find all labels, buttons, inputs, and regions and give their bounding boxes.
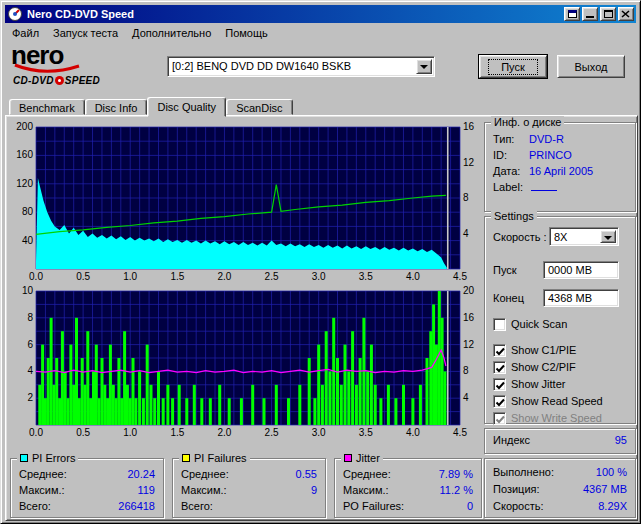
- tab-strip: BenchmarkDisc InfoDisc QualityScanDisc: [9, 95, 293, 117]
- speed-status-label: Скорость:: [493, 500, 544, 512]
- menu-extra[interactable]: Дополнительно: [125, 25, 218, 41]
- svg-text:4.5: 4.5: [453, 427, 467, 438]
- checkbox-show-write-speed[interactable]: Show Write Speed: [493, 411, 602, 425]
- svg-text:3.5: 3.5: [359, 271, 373, 282]
- tab-scandisc[interactable]: ScanDisc: [226, 99, 292, 115]
- maximize-button[interactable]: [600, 7, 616, 21]
- chevron-down-icon[interactable]: [416, 59, 432, 74]
- svg-text:1.5: 1.5: [170, 427, 184, 438]
- stat-value: 9: [311, 484, 317, 496]
- pi-errors-swatch: [20, 454, 28, 462]
- disc-date-value: 16 April 2005: [529, 165, 593, 177]
- exit-button[interactable]: Выход: [557, 55, 625, 78]
- titlebar[interactable]: Nero CD-DVD Speed: [5, 5, 636, 23]
- svg-text:0.5: 0.5: [76, 271, 90, 282]
- svg-text:4.5: 4.5: [453, 271, 467, 282]
- checkbox-show-read-speed[interactable]: Show Read Speed: [493, 394, 603, 408]
- start-button[interactable]: Пуск: [479, 55, 547, 78]
- pi-errors-stats-panel: PI Errors Среднее:20.24 Максим.:119 Всег…: [10, 458, 164, 518]
- menu-run-test[interactable]: Запуск теста: [46, 25, 125, 41]
- nero-logo: nero CD-DVDSPEED: [11, 43, 161, 67]
- stat-value: 20.24: [127, 468, 155, 480]
- app-icon: [7, 6, 23, 22]
- svg-text:1.5: 1.5: [170, 271, 184, 282]
- tab-disc-quality[interactable]: Disc Quality: [147, 97, 226, 117]
- checkbox-box[interactable]: [493, 378, 506, 391]
- stat-label: Всего:: [19, 500, 51, 512]
- tab-benchmark[interactable]: Benchmark: [9, 99, 85, 115]
- pi-failures-title: PI Failures: [194, 452, 247, 464]
- svg-text:200: 200: [16, 122, 33, 132]
- start-mb-field[interactable]: 0000 MB: [543, 261, 619, 279]
- svg-text:160: 160: [16, 149, 33, 160]
- stat-label: Максим.:: [19, 484, 65, 496]
- index-panel: Индекс 95: [484, 428, 636, 454]
- minimize-button[interactable]: [582, 7, 598, 21]
- start-mb-label: Пуск: [493, 264, 517, 276]
- svg-text:20: 20: [463, 286, 475, 296]
- pi-failures-jitter-chart: 246810481216200.00.51.01.52.02.53.03.54.…: [10, 286, 482, 438]
- checkbox-box[interactable]: [493, 361, 506, 374]
- svg-text:3.0: 3.0: [312, 271, 326, 282]
- svg-text:1.0: 1.0: [123, 271, 137, 282]
- stat-label: PO Failures:: [343, 500, 404, 512]
- svg-text:8: 8: [463, 365, 469, 376]
- drive-selector[interactable]: [0:2] BENQ DVD DD DW1640 BSKB: [167, 56, 435, 77]
- menu-file[interactable]: Файл: [5, 25, 46, 41]
- minimize-icon: [586, 16, 594, 18]
- svg-text:80: 80: [22, 206, 34, 217]
- menubar: Файл Запуск теста Дополнительно Помощь: [5, 24, 636, 42]
- checkbox-box[interactable]: [493, 395, 506, 408]
- checkbox-box[interactable]: [493, 344, 506, 357]
- svg-text:8: 8: [463, 192, 469, 203]
- position-value: 4367 MB: [583, 483, 627, 495]
- stat-value: 7.89 %: [439, 468, 473, 480]
- jitter-stats-panel: Jitter Среднее:7.89 % Максим.:11.2 % PO …: [334, 458, 482, 518]
- checkbox-show-jitter[interactable]: Show Jitter: [493, 377, 565, 391]
- svg-text:3.0: 3.0: [312, 427, 326, 438]
- chevron-down-icon[interactable]: [600, 230, 616, 243]
- status-panel: Выполнено:100 % Позиция:4367 MB Скорость…: [484, 458, 636, 518]
- stat-value: 119: [137, 484, 155, 496]
- svg-text:1.0: 1.0: [123, 427, 137, 438]
- stat-value: 11.2 %: [440, 484, 473, 496]
- checkbox-box[interactable]: [493, 318, 506, 331]
- jitter-title: Jitter: [356, 452, 380, 464]
- svg-text:4: 4: [27, 365, 33, 376]
- svg-text:120: 120: [16, 178, 33, 189]
- disc-icon: [55, 76, 64, 85]
- index-value: 95: [615, 434, 627, 446]
- speed-value: 8X: [554, 231, 600, 243]
- titlebar-extra-button[interactable]: [564, 7, 580, 21]
- svg-text:10: 10: [22, 286, 34, 296]
- stat-label: Всего:: [181, 500, 213, 512]
- close-icon: [621, 10, 631, 19]
- header: nero CD-DVDSPEED [0:2] BENQ DVD DD DW164…: [5, 43, 636, 95]
- svg-text:16: 16: [463, 312, 475, 323]
- stat-label: Максим.:: [343, 484, 389, 496]
- svg-text:12: 12: [463, 339, 475, 350]
- speed-selector[interactable]: 8X: [549, 227, 619, 246]
- svg-text:4: 4: [463, 228, 469, 239]
- checkbox-quick-scan[interactable]: Quick Scan: [493, 317, 567, 331]
- stat-value: 0.55: [296, 468, 317, 480]
- svg-text:2.5: 2.5: [265, 427, 279, 438]
- pi-errors-title: PI Errors: [32, 452, 75, 464]
- close-button[interactable]: [618, 7, 634, 21]
- menu-help[interactable]: Помощь: [218, 25, 275, 41]
- end-mb-field[interactable]: 4368 MB: [543, 289, 619, 307]
- checkbox-show-c2-pif[interactable]: Show C2/PIF: [493, 360, 576, 374]
- svg-text:2.0: 2.0: [217, 427, 231, 438]
- app-window: Nero CD-DVD Speed Файл Запуск теста Допо…: [0, 0, 641, 524]
- pi-failures-stats-panel: PI Failures Среднее:0.55 Максим.:9 Всего…: [172, 458, 326, 518]
- settings-title: Settings: [491, 210, 537, 222]
- checkbox-show-c1-pie[interactable]: Show C1/PIE: [493, 343, 576, 357]
- svg-text:8: 8: [27, 312, 33, 323]
- tab-disc-info[interactable]: Disc Info: [85, 99, 148, 115]
- disc-id-label: ID:: [493, 149, 507, 161]
- svg-text:40: 40: [22, 235, 34, 246]
- svg-text:0.0: 0.0: [29, 271, 43, 282]
- checkbox-box[interactable]: [493, 412, 506, 425]
- maximize-icon: [604, 10, 613, 18]
- disc-type-value: DVD-R: [529, 133, 564, 145]
